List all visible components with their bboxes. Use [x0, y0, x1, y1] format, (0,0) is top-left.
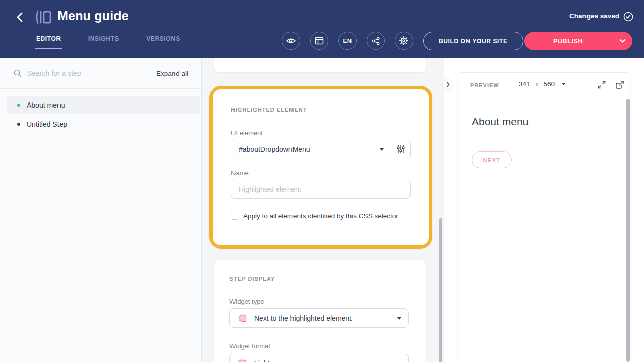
preview-step-title: About menu — [472, 116, 529, 128]
share-icon — [372, 37, 380, 45]
section-title-highlighted-element: HIGHLIGHTED ELEMENT — [231, 107, 307, 113]
check-circle-icon — [623, 11, 634, 22]
changes-saved-status: Changes saved — [569, 12, 619, 20]
share-button[interactable] — [367, 32, 385, 50]
step-status-dot — [17, 104, 20, 107]
language-button[interactable]: EN — [338, 32, 357, 50]
steps-sidebar: Expand all About menu Untitled Step — [0, 58, 202, 362]
page-title: Menu guide — [57, 9, 129, 23]
dimension-separator: x — [536, 81, 539, 88]
build-on-your-site-button[interactable]: BUILD ON YOUR SITE — [423, 32, 523, 50]
step-settings-panel: HIGHLIGHTED ELEMENT UI element #aboutDro… — [202, 58, 444, 362]
step-item-about-menu[interactable]: About menu — [7, 96, 200, 114]
highlighted-element-card-inner: HIGHLIGHTED ELEMENT UI element #aboutDro… — [213, 89, 429, 245]
element-settings-button[interactable] — [391, 140, 410, 159]
publish-button[interactable]: PUBLISH — [524, 32, 612, 50]
ui-element-select[interactable]: #aboutDropdownMenu — [231, 140, 391, 159]
widget-type-select[interactable]: Next to the highlighted element — [229, 308, 409, 328]
ui-element-label: UI element — [231, 129, 263, 137]
step-item-untitled-step[interactable]: Untitled Step — [7, 115, 200, 133]
preview-eye-button[interactable] — [282, 32, 300, 50]
widget-format-label: Widget format — [229, 342, 270, 350]
apply-all-checkbox-label: Apply to all elements identified by this… — [243, 212, 398, 220]
publish-dropdown-button[interactable] — [612, 32, 632, 50]
caret-down-icon — [380, 148, 384, 151]
name-label: Name — [231, 169, 249, 177]
widget-type-label: Widget type — [229, 298, 264, 305]
section-title-step-display: STEP DISPLAY — [229, 276, 275, 282]
top-navbar: Menu guide Changes saved EDITOR INSIGHTS… — [0, 0, 644, 58]
tab-versions[interactable]: VERSIONS — [146, 35, 180, 49]
collapse-preview-button[interactable] — [442, 79, 453, 90]
widget-type-value: Next to the highlighted element — [254, 314, 397, 322]
tab-editor[interactable]: EDITOR — [36, 35, 61, 49]
editor-tabs: EDITOR INSIGHTS VERSIONS — [36, 35, 180, 49]
tooltip-widget-icon — [237, 358, 247, 362]
gear-icon — [399, 36, 408, 45]
step-label: About menu — [27, 101, 65, 109]
ui-element-select-group: #aboutDropdownMenu — [231, 140, 411, 159]
apply-all-checkbox-row: Apply to all elements identified by this… — [231, 212, 398, 220]
flow-logo-icon — [34, 9, 52, 25]
app-window: Menu guide Changes saved EDITOR INSIGHTS… — [0, 0, 644, 362]
widget-format-select[interactable]: Light — [229, 354, 409, 362]
ui-element-value: #aboutDropdownMenu — [239, 145, 380, 153]
caret-down-icon — [397, 317, 401, 320]
chevron-left-icon — [16, 12, 23, 23]
preview-title: PREVIEW — [470, 82, 499, 88]
caret-down-icon — [562, 83, 566, 85]
preview-height: 560 — [544, 80, 555, 88]
widget-format-value: Light — [254, 359, 397, 362]
tab-insights[interactable]: INSIGHTS — [88, 35, 119, 49]
layout-button[interactable] — [310, 32, 328, 50]
settings-scrollbar[interactable] — [439, 218, 442, 362]
sliders-icon — [396, 144, 406, 154]
step-search-row: Expand all — [0, 58, 201, 89]
previous-settings-card — [214, 58, 426, 72]
expand-all-link[interactable]: Expand all — [156, 70, 188, 77]
chevron-down-icon — [620, 39, 625, 43]
language-label: EN — [343, 38, 352, 44]
tooltip-widget-icon — [237, 313, 247, 323]
preview-width: 341 — [519, 80, 531, 88]
preview-content: About menu NEXT — [459, 97, 630, 362]
preview-next-button[interactable]: NEXT — [472, 151, 512, 168]
eye-icon — [286, 37, 296, 45]
chevron-right-icon — [446, 82, 450, 87]
search-step-input[interactable] — [27, 69, 156, 77]
publish-split-button: PUBLISH — [524, 32, 632, 50]
highlighted-element-card: HIGHLIGHTED ELEMENT UI element #aboutDro… — [209, 86, 432, 249]
open-in-new-tab-button[interactable] — [615, 80, 625, 90]
step-display-card: STEP DISPLAY Widget type Next to the hig… — [214, 260, 426, 362]
step-status-dot — [17, 123, 20, 126]
back-button[interactable] — [13, 10, 26, 24]
preview-header: PREVIEW 341 x 560 — [459, 73, 630, 97]
apply-all-checkbox[interactable] — [231, 213, 238, 220]
step-label: Untitled Step — [27, 120, 67, 128]
external-link-icon — [615, 80, 625, 90]
layout-panel-icon — [315, 37, 324, 45]
preview-scrollbar[interactable] — [626, 99, 630, 362]
preview-dimensions-select[interactable]: 341 x 560 — [519, 80, 566, 88]
preview-expand-button[interactable] — [597, 80, 607, 90]
resize-diagonal-icon — [597, 80, 607, 90]
search-icon — [13, 69, 22, 78]
preview-card: PREVIEW 341 x 560 — [459, 72, 630, 362]
preview-region: PREVIEW 341 x 560 — [444, 58, 644, 362]
name-input[interactable] — [231, 180, 411, 199]
settings-button[interactable] — [395, 32, 413, 50]
step-list: About menu Untitled Step — [0, 96, 201, 134]
